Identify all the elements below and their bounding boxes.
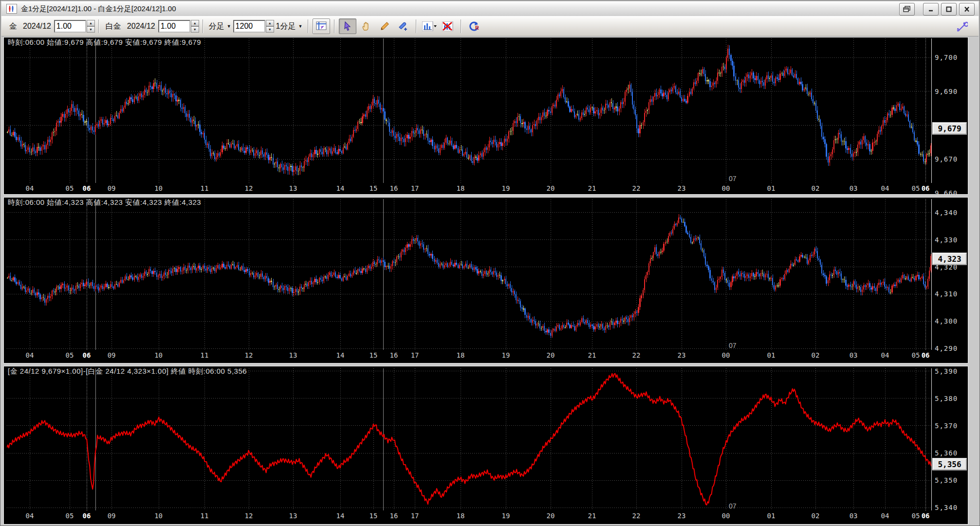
x-axis-label: 02 <box>812 184 820 192</box>
minimize-icon[interactable] <box>923 3 939 16</box>
x-axis-label: 04 <box>881 351 889 359</box>
platinum-chart-plot[interactable]: 07 <box>7 199 932 350</box>
x-axis-label: 02 <box>812 512 820 520</box>
x-axis-label: 11 <box>201 184 209 192</box>
spread-line-series <box>7 374 932 505</box>
x-axis-label: 01 <box>767 184 776 192</box>
x-axis-label: 05 <box>66 351 74 359</box>
x-axis-label: 09 <box>108 184 116 192</box>
toolbar-separator <box>416 19 417 33</box>
draw-pencil-button[interactable] <box>376 18 393 34</box>
timeframe-dropdown[interactable]: 1分足▼ <box>276 21 303 32</box>
x-axis-label: 16 <box>390 184 398 192</box>
date-change-label: 07 <box>729 175 737 182</box>
gold-price-axis: 9,679 9,7009,6909,6809,6709,660 <box>932 37 968 194</box>
cursor-icon <box>343 21 352 31</box>
x-axis-label: 20 <box>547 351 555 359</box>
x-axis-label: 18 <box>457 512 465 520</box>
y-axis-label: 5,340 <box>935 504 958 511</box>
spread-chart-panel: 07 [金 24/12 9,679×1.00]-[白金 24/12 4,323×… <box>3 366 968 525</box>
platinum-contract-month[interactable]: 2024/12 <box>127 22 155 31</box>
x-axis-label: 21 <box>588 512 596 520</box>
x-axis-label: 16 <box>390 351 398 359</box>
maximize-icon[interactable] <box>941 3 957 16</box>
x-axis-label: 22 <box>632 184 641 192</box>
x-axis-label: 05 <box>912 351 920 359</box>
bar-count-input[interactable] <box>233 20 265 33</box>
refresh-button[interactable]: R <box>465 18 483 34</box>
x-axis-label: 15 <box>370 512 378 520</box>
gold-contract-month[interactable]: 2024/12 <box>23 22 51 31</box>
close-icon[interactable] <box>959 3 975 16</box>
x-axis-label: 05 <box>912 512 920 520</box>
toolbar-separator <box>334 19 335 33</box>
x-axis-label: 06 <box>922 351 930 359</box>
gold-last-price-badge: 9,679 <box>932 123 967 135</box>
x-axis-label: 06 <box>922 512 930 520</box>
y-axis-label: 9,660 <box>935 189 958 194</box>
x-axis-label: 19 <box>502 351 510 359</box>
x-axis-label: 04 <box>25 184 34 192</box>
platinum-last-price-badge: 4,323 <box>932 253 967 265</box>
spread-time-axis: 0405060910111213141516171819202122230001… <box>7 511 932 522</box>
chart-canvas <box>7 368 932 510</box>
x-axis-label: 09 <box>108 351 116 359</box>
x-axis-label: 11 <box>201 512 209 520</box>
x-axis-label: 06 <box>922 184 930 192</box>
x-axis-label: 11 <box>201 351 209 359</box>
spread-chart-plot[interactable]: 07 <box>7 368 932 510</box>
spinner-arrows-icon[interactable]: ▲▼ <box>87 20 95 33</box>
platinum-price-axis: 4,323 4,3404,3304,3204,3104,3004,290 <box>932 198 968 363</box>
select-cursor-button[interactable] <box>339 18 356 34</box>
settings-wrench-button[interactable] <box>954 19 971 35</box>
indicator-chart-button[interactable] <box>421 18 438 34</box>
x-axis-label: 19 <box>502 184 510 192</box>
gold-chart-panel: 07 時刻:06:00 始値:9,679 高値:9,679 安値:9,679 終… <box>3 37 968 195</box>
spinner-arrows-icon[interactable]: ▲▼ <box>191 20 199 33</box>
x-axis-label: 06 <box>83 512 91 520</box>
chart-window: 金1分足[2024/12]1.00 - 白金1分足[2024/12]1.00 <box>0 0 980 526</box>
toolbar: 金 2024/12 ▲▼ 白金 2024/12 ▲▼ 分足▼ ▲▼ 1分足▼ <box>1 16 979 36</box>
gold-multiplier-input[interactable] <box>54 20 86 33</box>
gold-multiplier-spinner[interactable]: ▲▼ <box>54 20 95 33</box>
y-axis-label: 4,340 <box>935 209 958 217</box>
x-axis-label: 04 <box>25 351 34 359</box>
platinum-multiplier-input[interactable] <box>158 20 190 33</box>
refresh-icon: R <box>469 21 480 32</box>
cascade-windows-icon[interactable] <box>899 3 915 16</box>
x-axis-label: 06 <box>83 184 91 192</box>
x-axis-label: 04 <box>881 184 889 192</box>
x-axis-label: 17 <box>411 184 419 192</box>
x-axis-label: 04 <box>25 512 34 520</box>
x-axis-label: 13 <box>289 184 297 192</box>
x-axis-label: 17 <box>411 512 419 520</box>
toolbar-separator <box>98 19 99 33</box>
spread-last-price-badge: 5,356 <box>932 458 967 470</box>
spread-info: [金 24/12 9,679×1.00]-[白金 24/12 4,323×1.0… <box>8 367 247 376</box>
y-axis-label: 9,670 <box>935 155 958 163</box>
x-axis-label: 14 <box>336 184 345 192</box>
title-bar[interactable]: 金1分足[2024/12]1.00 - 白金1分足[2024/12]1.00 <box>1 1 979 17</box>
x-axis-label: 05 <box>912 184 920 192</box>
y-axis-label: 5,370 <box>935 422 958 430</box>
gold-chart-plot[interactable]: 07 <box>7 38 932 183</box>
bar-count-spinner[interactable]: ▲▼ <box>233 20 274 33</box>
x-axis-label: 22 <box>632 512 641 520</box>
x-axis-label: 09 <box>108 512 116 520</box>
eraser-icon <box>398 21 408 31</box>
platinum-multiplier-spinner[interactable]: ▲▼ <box>158 20 199 33</box>
remove-indicator-button[interactable] <box>439 18 457 34</box>
x-axis-label: 20 <box>547 512 555 520</box>
x-axis-label: 01 <box>767 512 776 520</box>
spinner-arrows-icon[interactable]: ▲▼ <box>266 20 274 33</box>
eraser-button[interactable] <box>394 18 412 34</box>
platinum-time-axis: 0405060910111213141516171819202122230001… <box>7 350 932 361</box>
bar-type-dropdown[interactable]: 分足▼ <box>209 21 231 32</box>
chart-settings-button[interactable] <box>313 18 330 34</box>
svg-text:R: R <box>475 25 479 31</box>
x-axis-label: 21 <box>588 351 596 359</box>
chart-settings-icon <box>316 21 327 31</box>
pan-hand-button[interactable] <box>357 18 375 34</box>
y-axis-label: 4,300 <box>935 317 958 325</box>
x-axis-label: 23 <box>678 512 686 520</box>
